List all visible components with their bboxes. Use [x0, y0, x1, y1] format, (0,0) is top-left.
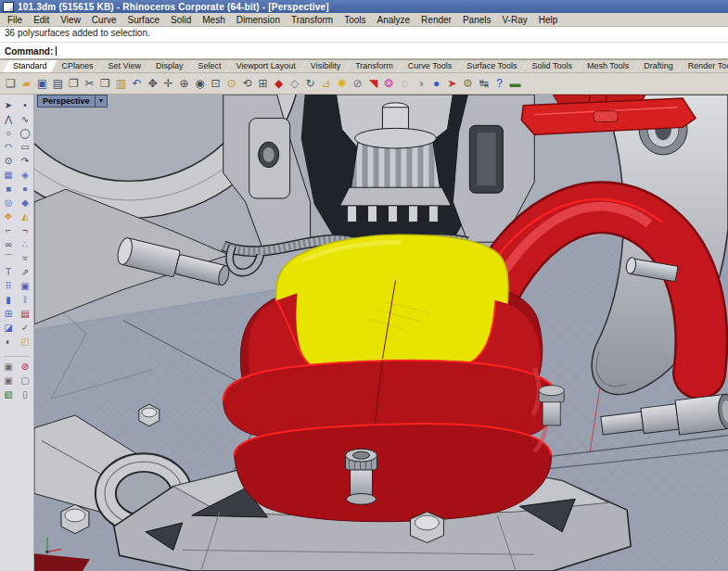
- menu-file[interactable]: File: [2, 15, 28, 25]
- command-prompt-line[interactable]: Command:: [0, 43, 728, 60]
- trim-icon[interactable]: ◪: [1, 322, 16, 335]
- perspective-viewport[interactable]: Perspective ▼: [34, 95, 728, 571]
- menu-panels[interactable]: Panels: [457, 15, 497, 25]
- undo-icon[interactable]: ↶: [129, 75, 145, 92]
- hex-nut[interactable]: [410, 512, 443, 542]
- menu-analyze[interactable]: Analyze: [372, 15, 416, 25]
- boolean-spheres-icon[interactable]: ∞: [1, 238, 16, 251]
- tab-standard[interactable]: Standard: [3, 60, 57, 72]
- vray-tools-icon[interactable]: ◥: [365, 75, 381, 92]
- tab-render-tools[interactable]: Render Tools: [678, 60, 728, 72]
- selected-part-yellow[interactable]: [275, 235, 508, 375]
- tab-solid-tools[interactable]: Solid Tools: [522, 60, 582, 72]
- menu-help[interactable]: Help: [533, 15, 564, 25]
- extrude-solid-icon[interactable]: ▮: [1, 294, 16, 307]
- corner-surface-icon[interactable]: ◰: [18, 336, 32, 349]
- zoom-in-icon[interactable]: ⊕: [176, 75, 192, 92]
- stud-bolt-right[interactable]: [539, 386, 564, 425]
- hide-objects-icon[interactable]: ⊘: [18, 361, 32, 374]
- menu-view[interactable]: View: [55, 15, 86, 25]
- tab-curve-tools[interactable]: Curve Tools: [398, 60, 462, 72]
- sphere-icon[interactable]: ●: [18, 183, 32, 196]
- menu-tools[interactable]: Tools: [338, 15, 371, 25]
- grasshopper-icon[interactable]: ▬: [507, 75, 523, 92]
- boolean-split-icon[interactable]: ◭: [18, 210, 32, 223]
- point-icon[interactable]: •: [18, 99, 32, 112]
- tab-viewport-layout[interactable]: Viewport Layout: [225, 60, 305, 72]
- shaded-display-icon[interactable]: ◑: [413, 75, 428, 92]
- circle-center-icon[interactable]: ⊙: [1, 155, 16, 168]
- viewport-layout-icon[interactable]: ⊞: [255, 75, 271, 92]
- select-filter-icon[interactable]: ➤: [444, 75, 460, 92]
- rotate-view-icon[interactable]: ↻: [302, 75, 318, 92]
- new-page-icon[interactable]: ▯: [18, 388, 32, 401]
- zoom-window-icon[interactable]: ⊡: [208, 75, 224, 92]
- paste-icon[interactable]: ▥: [113, 75, 129, 92]
- cut-icon[interactable]: ✂: [82, 75, 97, 92]
- surface-patch-icon[interactable]: ◈: [18, 169, 32, 182]
- curve-icon[interactable]: ∿: [18, 113, 32, 126]
- copy-icon[interactable]: ❒: [97, 75, 113, 92]
- zoom-extents-icon[interactable]: ⟲: [239, 75, 255, 92]
- options-gear-icon[interactable]: ⚙: [460, 75, 476, 92]
- rendered-display-icon[interactable]: ●: [428, 75, 444, 92]
- help-icon[interactable]: ?: [492, 75, 507, 92]
- spotlight-icon[interactable]: ✺: [334, 75, 350, 92]
- check-icon[interactable]: ✓: [18, 322, 32, 335]
- bone-column-icon[interactable]: ▤: [18, 308, 32, 321]
- wireframe-display-icon[interactable]: ◌: [397, 75, 413, 92]
- circle-icon[interactable]: ○: [1, 127, 16, 140]
- viewport-title[interactable]: Perspective: [37, 95, 96, 108]
- surface-points-icon[interactable]: ▦: [1, 169, 16, 182]
- zoom-dynamic-icon[interactable]: ◉: [192, 75, 208, 92]
- tab-drafting[interactable]: Drafting: [633, 60, 683, 72]
- points-on-icon[interactable]: ∴: [18, 238, 32, 251]
- color-wheel-icon[interactable]: ❂: [381, 75, 397, 92]
- tab-mesh-tools[interactable]: Mesh Tools: [577, 60, 639, 72]
- menu-dimension[interactable]: Dimension: [231, 15, 286, 25]
- torus-icon[interactable]: ◎: [1, 197, 16, 209]
- history-icon[interactable]: ↹: [476, 75, 492, 92]
- rectangle-icon[interactable]: ▭: [18, 141, 32, 154]
- group-icon[interactable]: ▣: [18, 280, 32, 293]
- save-icon[interactable]: ▣: [34, 75, 50, 92]
- ellipse-icon[interactable]: ◯: [18, 127, 32, 140]
- lock-icon[interactable]: ⊘: [350, 75, 365, 92]
- box-icon[interactable]: ■: [1, 183, 16, 196]
- render-preview-icon[interactable]: ◇: [287, 75, 302, 92]
- tab-display[interactable]: Display: [146, 60, 194, 72]
- menu-edit[interactable]: Edit: [28, 15, 55, 25]
- lock-objects-icon[interactable]: ▣: [1, 374, 16, 387]
- render-icon[interactable]: ◆: [271, 75, 287, 92]
- menu-surface[interactable]: Surface: [122, 15, 165, 25]
- chamfer-edge-icon[interactable]: ¬: [18, 224, 32, 237]
- arc-icon[interactable]: ◠: [1, 141, 16, 154]
- move-view-icon[interactable]: ✛: [160, 75, 176, 92]
- tab-visibility[interactable]: Visibility: [300, 60, 351, 72]
- boolean-union-icon[interactable]: ❖: [1, 210, 16, 223]
- extrude-surface-icon[interactable]: ◆: [18, 197, 32, 209]
- tab-select[interactable]: Select: [187, 60, 231, 72]
- menu-vray[interactable]: V-Ray: [497, 15, 533, 25]
- show-objects-icon[interactable]: ▣: [1, 361, 16, 374]
- array-grid-icon[interactable]: ⊞: [1, 308, 16, 321]
- print-icon[interactable]: ▤: [50, 75, 66, 92]
- fillet-edge-icon[interactable]: ⌐: [1, 224, 16, 237]
- new-file-icon[interactable]: ❏: [3, 75, 19, 92]
- array-blocks-icon[interactable]: ⠿: [1, 280, 16, 293]
- menu-solid[interactable]: Solid: [165, 15, 197, 25]
- blend-curve-icon[interactable]: ↷: [18, 155, 32, 168]
- unlock-objects-icon[interactable]: ▢: [18, 374, 32, 387]
- isolate-objects-icon[interactable]: ▧: [1, 388, 16, 401]
- orient-cplane-icon[interactable]: ⊿: [318, 75, 334, 92]
- stud-bolt-front[interactable]: [346, 449, 377, 504]
- zoom-selected-icon[interactable]: ⊙: [224, 75, 239, 92]
- tab-set-view[interactable]: Set View: [98, 60, 151, 72]
- split-sphere-icon[interactable]: ◐: [1, 336, 16, 349]
- tab-surface-tools[interactable]: Surface Tools: [456, 60, 527, 72]
- viewport-title-chip[interactable]: Perspective ▼: [37, 95, 108, 108]
- viewport-menu-chevron-icon[interactable]: ▼: [96, 95, 109, 108]
- text-icon[interactable]: T: [1, 266, 16, 279]
- menu-curve[interactable]: Curve: [86, 15, 122, 25]
- viewport-canvas[interactable]: [34, 95, 728, 571]
